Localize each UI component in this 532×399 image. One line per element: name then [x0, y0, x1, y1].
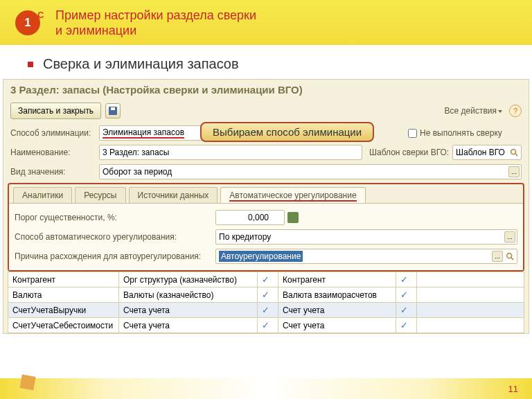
- table-cell: ✓: [258, 303, 278, 318]
- table-cell: СчетУчетаВыручки: [8, 303, 119, 318]
- ellipsis-button[interactable]: ...: [504, 231, 515, 242]
- slide-title-line1: Пример настройки раздела сверки: [55, 8, 256, 23]
- auto-method-input[interactable]: По кредитору ...: [215, 229, 517, 245]
- table-cell: Контрагент: [278, 272, 396, 287]
- reason-input[interactable]: Автоурегулирование ...: [215, 249, 517, 264]
- table-row[interactable]: КонтрагентОрг структура (казначейство)✓К…: [8, 272, 524, 287]
- header-banner: 1 C Пример настройки раздела сверки и эл…: [0, 0, 532, 45]
- ellipsis-button[interactable]: ...: [492, 251, 503, 262]
- callout-elimination: Выбираем способ элиминации: [200, 122, 374, 142]
- help-button[interactable]: ?: [509, 105, 522, 117]
- table-cell: [417, 287, 524, 303]
- table-cell: Счета учета: [119, 318, 258, 333]
- label-value-kind: Вид значения:: [10, 167, 99, 177]
- row-threshold: Порог существенности, %: 0,000: [13, 208, 519, 227]
- table-cell: Счет учета: [278, 303, 396, 318]
- page-number: 11: [508, 384, 518, 394]
- value-kind-input[interactable]: Оборот за период ...: [99, 164, 522, 179]
- form-title: 3 Раздел: запасы (Настройка сверки и эли…: [3, 80, 529, 101]
- elimination-value: Элиминация запасов: [103, 127, 184, 139]
- form-window: 3 Раздел: запасы (Настройка сверки и эли…: [3, 79, 529, 334]
- table-cell: ✓: [258, 272, 278, 287]
- template-input[interactable]: Шаблон ВГО: [452, 145, 522, 160]
- name-input[interactable]: 3 Раздел: запасы: [99, 145, 362, 160]
- chevron-down-icon: [498, 110, 502, 113]
- template-value: Шаблон ВГО: [456, 148, 505, 157]
- ellipsis-button[interactable]: ...: [508, 166, 520, 177]
- label-template: Шаблон сверки ВГО:: [369, 148, 452, 157]
- table-cell: ✓: [396, 303, 417, 318]
- logo-1c: 1 C: [11, 6, 44, 39]
- save-and-close-button[interactable]: Записать и закрыть: [10, 103, 101, 119]
- name-value: 3 Раздел: запасы: [103, 148, 169, 157]
- svg-line-3: [511, 258, 513, 260]
- table-cell: [417, 318, 524, 333]
- table-row[interactable]: СчетУчетаСебестоимостиСчета учета✓Счет у…: [8, 318, 524, 333]
- table-cell: Валюта взаиморасчетов: [278, 287, 396, 303]
- label-elimination: Способ элиминации:: [10, 128, 99, 138]
- all-actions-label: Все действия: [445, 106, 497, 116]
- threshold-value: 0,000: [248, 213, 269, 222]
- tab-resources[interactable]: Ресурсы: [75, 187, 125, 203]
- row-reason: Причина расхождения для автоурегулирован…: [13, 247, 519, 266]
- tab-content: Порог существенности, %: 0,000 Способ ав…: [9, 203, 523, 270]
- threshold-input[interactable]: 0,000: [215, 210, 285, 225]
- slide-title-line2: и элиминации: [55, 23, 256, 38]
- footer: 11: [0, 378, 532, 399]
- table-cell: ✓: [258, 287, 278, 303]
- tabs-highlight-box: Аналитики Ресурсы Источники данных Автом…: [8, 183, 524, 272]
- table-row[interactable]: ВалютаВалюты (казначейство)✓Валюта взаим…: [8, 287, 524, 303]
- tab-data-sources[interactable]: Источники данных: [129, 187, 218, 203]
- row-value-kind: Вид значения: Оборот за период ...: [3, 162, 529, 181]
- table-cell: ✓: [396, 287, 417, 303]
- bullet-point: Сверка и элиминация запасов: [0, 45, 532, 79]
- magnifier-icon[interactable]: [508, 147, 520, 158]
- table-cell: Контрагент: [8, 272, 119, 287]
- table-cell: [417, 272, 524, 287]
- table-cell: Орг структура (казначейство): [119, 272, 258, 287]
- tab-analytics[interactable]: Аналитики: [13, 187, 72, 203]
- all-actions-link[interactable]: Все действия: [445, 106, 502, 116]
- table-cell: ✓: [396, 318, 417, 333]
- svg-point-0: [511, 150, 516, 154]
- label-threshold: Порог существенности, %:: [15, 213, 215, 222]
- row-name: Наименование: 3 Раздел: запасы Шаблон св…: [3, 143, 529, 162]
- label-reason: Причина расхождения для автоурегулирован…: [15, 251, 215, 261]
- label-auto-method: Способ автоматического урегулирования:: [15, 232, 215, 242]
- table-cell: Счета учета: [119, 303, 258, 318]
- table-cell: [417, 303, 524, 318]
- tabs-row: Аналитики Ресурсы Источники данных Автом…: [9, 184, 523, 203]
- slide-title: Пример настройки раздела сверки и элимин…: [55, 8, 256, 38]
- table-cell: Счет учета: [278, 318, 396, 333]
- no-check-label: Не выполнять сверку: [420, 128, 502, 138]
- svg-point-2: [507, 254, 512, 258]
- bullet-icon: [28, 62, 33, 67]
- label-name: Наименование:: [10, 148, 99, 157]
- bullet-text: Сверка и элиминация запасов: [43, 56, 239, 72]
- no-check-input[interactable]: [408, 129, 417, 138]
- save-button[interactable]: [105, 103, 121, 118]
- auto-method-value: По кредитору: [219, 232, 271, 242]
- table-cell: ✓: [258, 318, 278, 333]
- table-cell: ✓: [396, 272, 417, 287]
- svg-line-1: [515, 154, 517, 156]
- logo-circle: 1: [15, 10, 40, 35]
- calculator-icon[interactable]: [287, 212, 299, 223]
- table-cell: Валюта: [8, 287, 119, 303]
- toolbar: Записать и закрыть Все действия ?: [3, 101, 529, 123]
- value-kind-value: Оборот за период: [103, 167, 172, 177]
- reason-value: Автоурегулирование: [219, 251, 303, 262]
- magnifier-icon[interactable]: [504, 251, 515, 262]
- elimination-select[interactable]: Элиминация запасов: [99, 125, 203, 141]
- analytics-table: КонтрагентОрг структура (казначейство)✓К…: [8, 272, 524, 333]
- table-cell: СчетУчетаСебестоимости: [8, 318, 119, 333]
- tab-auto-settlement-label: Автоматическое урегулирование: [229, 190, 356, 202]
- disk-icon: [109, 107, 117, 115]
- footer-decoration: [19, 374, 35, 390]
- row-auto-method: Способ автоматического урегулирования: П…: [13, 227, 519, 247]
- table-row[interactable]: СчетУчетаВыручкиСчета учета✓Счет учета✓: [8, 303, 524, 318]
- tab-auto-settlement[interactable]: Автоматическое урегулирование: [220, 187, 365, 203]
- logo-side-text: C: [37, 10, 44, 20]
- row-elimination-method: Способ элиминации: Элиминация запасов Вы…: [3, 123, 529, 143]
- no-check-checkbox[interactable]: Не выполнять сверку: [408, 128, 502, 138]
